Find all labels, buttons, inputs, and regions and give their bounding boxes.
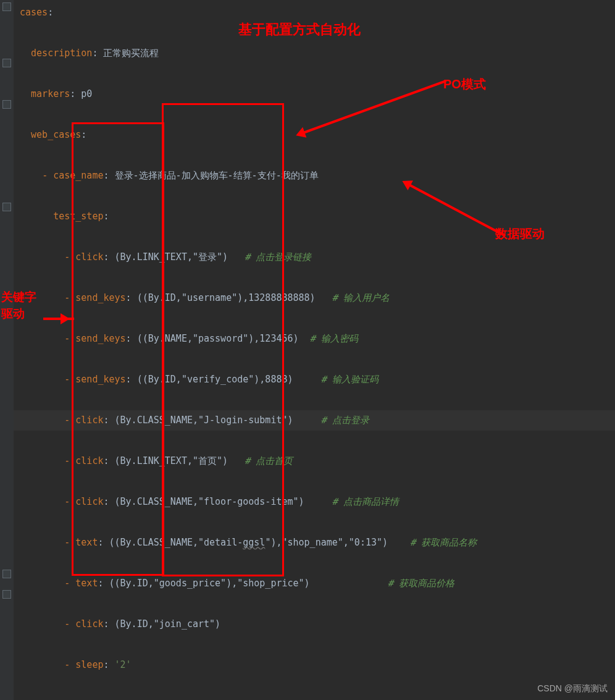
code-line: - click: (By.CLASS_NAME,"J-login-submit"… (14, 410, 615, 431)
fold-mark[interactable] (2, 59, 11, 67)
code-line: - text: ((By.CLASS_NAME,"detail-ggsl"),"… (20, 533, 615, 553)
gutter (0, 0, 14, 700)
watermark: CSDN @雨滴测试 (537, 681, 608, 695)
code-line: - send_keys: ((By.NAME,"password"),12345… (20, 329, 615, 349)
code-line: - click: (By.LINK_TEXT,"登录") # 点击登录链接 (20, 247, 615, 268)
code-line: markers: p0 (20, 84, 615, 104)
code-line: - click: (By.CLASS_NAME,"floor-goods-ite… (20, 492, 615, 512)
annotation-keyword-driven: 关键字驱动 (1, 289, 44, 322)
code-line: - send_keys: ((By.ID,"username"),1328888… (20, 288, 615, 308)
code-line: - send_keys: ((By.ID,"verify_code"),8888… (20, 369, 615, 390)
fold-mark[interactable] (2, 2, 11, 11)
annotation-title: 基于配置方式自动化 (238, 19, 361, 40)
code-line: - click: (By.LINK_TEXT,"首页") # 点击首页 (20, 451, 615, 471)
fold-mark[interactable] (2, 100, 11, 109)
annotation-po-mode: PO模式 (443, 74, 486, 94)
code-block: cases: description: 正常购买流程 markers: p0 w… (20, 2, 615, 700)
code-line: - sleep: '2' (20, 655, 615, 675)
code-line: - text: ((By.ID,"goods_price"),"shop_pri… (20, 573, 615, 594)
code-line: description: 正常购买流程 (20, 43, 615, 64)
code-editor: cases: description: 正常购买流程 markers: p0 w… (0, 0, 615, 700)
fold-mark[interactable] (2, 590, 11, 599)
code-line: - click: (By.CLASS_NAME,"layui-layer-ico… (20, 696, 615, 700)
code-line: - case_name: 登录-选择商品-加入购物车-结算-支付-我的订单 (20, 166, 615, 186)
fold-mark[interactable] (2, 203, 11, 211)
arrow-icon (43, 318, 74, 320)
code-line: - click: (By.ID,"join_cart") (20, 614, 615, 635)
fold-mark[interactable] (2, 570, 11, 578)
